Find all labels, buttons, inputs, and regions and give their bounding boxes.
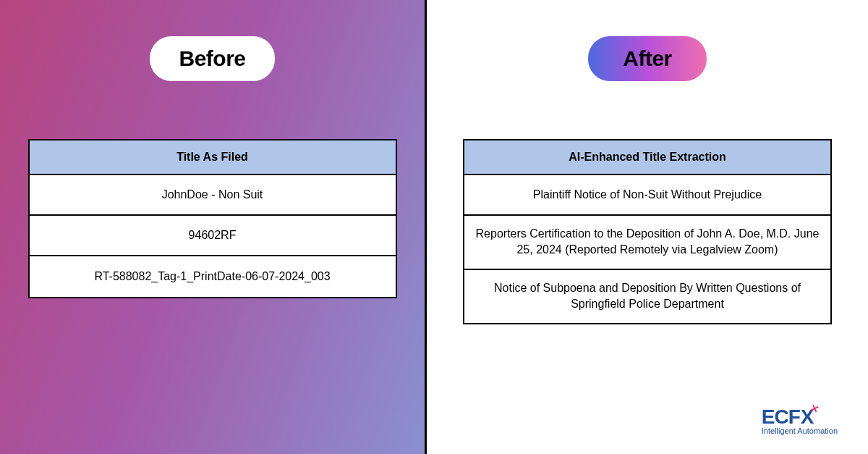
comparison-container: Before Title As Filed JohnDoe - Non Suit… (0, 0, 868, 454)
table-row: JohnDoe - Non Suit (30, 175, 396, 216)
logo-accent-icon: ✕ (808, 402, 820, 416)
logo-x-icon: X✕ (801, 405, 814, 429)
table-row: RT-588082_Tag-1_PrintDate-06-07-2024_003 (30, 256, 396, 297)
table-row: Plaintiff Notice of Non-Suit Without Pre… (464, 175, 830, 216)
after-table-header: AI-Enhanced Title Extraction (464, 140, 830, 175)
table-row: Reporters Certification to the Depositio… (464, 216, 830, 270)
table-row: Notice of Subpoena and Deposition By Wri… (464, 270, 830, 323)
after-table: AI-Enhanced Title Extraction Plaintiff N… (463, 139, 832, 324)
table-row: 94602RF (30, 216, 396, 256)
after-pill-label: After (623, 46, 672, 70)
logo-tagline: Intelligent Automation (762, 426, 838, 435)
after-panel: After AI-Enhanced Title Extraction Plain… (427, 0, 868, 454)
before-table: Title As Filed JohnDoe - Non Suit 94602R… (28, 139, 397, 298)
logo-brand: ECFX✕ (762, 405, 814, 429)
before-pill: Before (150, 36, 274, 81)
ecfx-logo: ECFX✕ Intelligent Automation (762, 405, 838, 435)
before-pill-label: Before (179, 46, 245, 70)
before-panel: Before Title As Filed JohnDoe - Non Suit… (0, 0, 427, 454)
after-pill: After (588, 36, 707, 81)
before-table-header: Title As Filed (30, 140, 396, 175)
